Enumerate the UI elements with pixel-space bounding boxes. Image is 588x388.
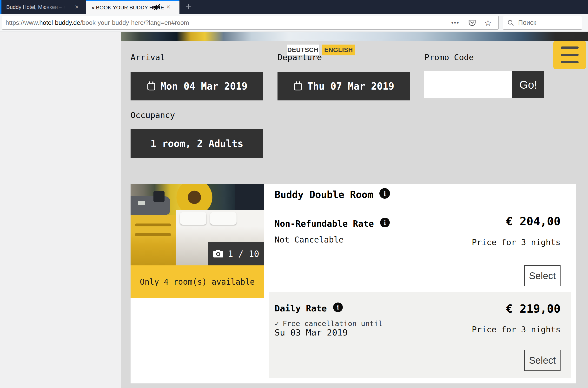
photo-yellow-cart (131, 215, 176, 266)
page-actions: ••• ☆ (451, 19, 498, 27)
rate-info-icon[interactable]: i (333, 302, 343, 312)
page-actions-icon[interactable]: ••• (451, 20, 460, 26)
rate-condition: Free cancellation until (283, 319, 383, 328)
photo-cup (138, 201, 145, 205)
departure-date-field[interactable]: Thu 07 Mar 2019 (277, 72, 410, 100)
url-prefix: https://www. (5, 19, 39, 26)
select-rate-button[interactable]: Select (524, 350, 561, 371)
camera-icon (213, 249, 223, 258)
rate-price-note: Price for 3 nights (472, 325, 561, 334)
promo-code-label: Promo Code (424, 52, 474, 62)
departure-label: Departure (277, 52, 322, 62)
rate-cancellation-row: ✓ Free cancellation until (275, 319, 383, 328)
rate-name: Daily Rate (275, 303, 327, 313)
rate-name: Non-Refundable Rate (275, 219, 374, 229)
rate-price: € 204,00 (506, 215, 561, 228)
search-input[interactable] (518, 19, 574, 27)
rate-row-non-refundable: Non-Refundable Rate i Not Cancelable € 2… (269, 213, 571, 292)
tab-close-icon[interactable]: × (73, 0, 80, 14)
room-title: Buddy Double Room (275, 189, 373, 200)
select-rate-button[interactable]: Select (524, 265, 561, 286)
photo-counter-overlay[interactable]: 1 / 10 (208, 242, 264, 266)
photo-pillow (210, 212, 237, 225)
photo-pillow (180, 212, 206, 225)
url-domain: hotel-buddy.de (39, 19, 80, 26)
room-card: 1 / 10 Only 4 room(s) available Buddy Do… (131, 184, 576, 384)
bookmark-star-icon[interactable]: ☆ (484, 19, 492, 26)
page-left-margin (0, 32, 121, 388)
calendar-icon (147, 81, 156, 91)
rate-name-row: Non-Refundable Rate i (275, 219, 390, 229)
rate-name-row: Daily Rate i (275, 303, 343, 313)
room-info-icon[interactable]: i (379, 188, 390, 199)
room-title-row: Buddy Double Room i (275, 189, 390, 200)
search-bar[interactable] (503, 16, 582, 30)
photo-sunflower-mural (167, 184, 222, 214)
hamburger-bar (561, 47, 579, 49)
check-icon: ✓ (275, 319, 279, 328)
arrival-date-field[interactable]: Mon 04 Mar 2019 (131, 72, 263, 100)
promo-code-input[interactable] (424, 71, 512, 98)
rate-price-note: Price for 3 nights (472, 238, 561, 247)
availability-banner: Only 4 room(s) available (131, 266, 264, 298)
rate-row-daily: Daily Rate i ✓ Free cancellation until S… (269, 292, 571, 378)
photo-counter-text: 1 / 10 (228, 249, 259, 259)
photo-cart-slot (135, 223, 171, 226)
language-english-button[interactable]: ENGLISH (322, 45, 355, 55)
url-path: /book-your-buddy-here/?lang=en#room (80, 19, 189, 26)
tab-buddy-hotel[interactable]: Buddy Hotel, Мюнхен – Оновл × (0, 0, 86, 14)
arrival-date-value: Mon 04 Mar 2019 (160, 81, 247, 92)
tab-close-icon[interactable]: × (165, 0, 172, 14)
hamburger-bar (561, 61, 579, 63)
booking-page: DEUTSCH ENGLISH Arrival Departure Promo … (121, 32, 588, 388)
hamburger-bar (561, 54, 579, 56)
search-icon (507, 19, 514, 26)
tab-muted-audio-icon[interactable] (153, 4, 161, 11)
departure-date-value: Thu 07 Mar 2019 (307, 81, 394, 92)
url-text: https://www.hotel-buddy.de/book-your-bud… (2, 19, 189, 26)
url-bar[interactable]: https://www.hotel-buddy.de/book-your-bud… (2, 16, 499, 30)
arrival-label: Arrival (131, 52, 165, 62)
occupancy-label: Occupancy (131, 110, 175, 120)
promo-go-button[interactable]: Go! (512, 71, 544, 98)
tab-book-your-buddy[interactable]: » BOOK YOUR BUDDY HERE × (86, 0, 179, 14)
tab-loading-accent (0, 0, 1, 14)
new-tab-button[interactable]: + (183, 0, 195, 14)
occupancy-field[interactable]: 1 room, 2 Adults (131, 129, 263, 158)
tab-bar: Buddy Hotel, Мюнхен – Оновл × » BOOK YOU… (0, 0, 588, 14)
tab-title-fade (45, 0, 69, 14)
navigation-toolbar: https://www.hotel-buddy.de/book-your-bud… (0, 14, 588, 32)
hamburger-menu-button[interactable] (553, 41, 586, 69)
room-photo[interactable]: 1 / 10 (131, 184, 264, 266)
rate-price: € 219,00 (506, 302, 561, 315)
calendar-icon (293, 81, 303, 91)
photo-cart-slot (135, 233, 171, 236)
rate-info-icon[interactable]: i (380, 218, 390, 227)
photo-coffee-machine (153, 191, 165, 202)
rate-cancellation-date: Su 03 Mar 2019 (275, 328, 348, 338)
pocket-icon[interactable] (468, 19, 476, 27)
header-photo-strip (121, 32, 588, 41)
rate-condition: Not Cancelable (275, 235, 344, 244)
occupancy-value: 1 room, 2 Adults (150, 138, 243, 149)
